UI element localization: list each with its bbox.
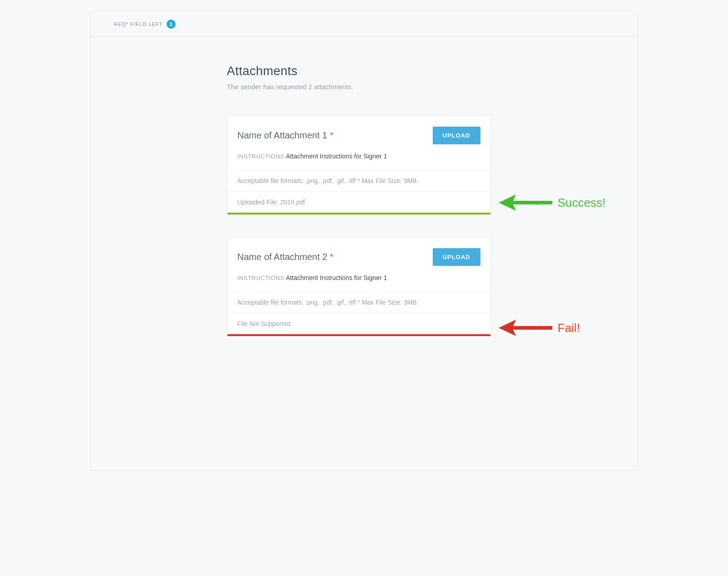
- required-star-icon: *: [330, 130, 334, 140]
- attachment-card-head: Name of Attachment 2 * UPLOAD: [228, 237, 490, 274]
- attachment-status-text: File Not Supported: [228, 313, 490, 334]
- page-title: Attachments: [227, 64, 491, 78]
- required-star-icon: *: [330, 252, 334, 262]
- attachment-formats: Acceptable file formats: .png, .pdf, .gi…: [228, 170, 490, 191]
- attachment-formats: Acceptable file formats: .png, .pdf, .gi…: [228, 291, 490, 313]
- attachment-title-text: Name of Attachment 1: [238, 130, 328, 140]
- required-fields-label: REQ* FIELD LEFT: [114, 21, 163, 27]
- attachment-card-head: Name of Attachment 1 * UPLOAD: [228, 116, 490, 153]
- attachment-title: Name of Attachment 2 *: [238, 252, 334, 262]
- attachments-container: Attachments The sender has requested 2 a…: [227, 64, 491, 336]
- attachment-status-bar-fail: [228, 334, 490, 336]
- attachment-instructions: INSTRUCTIONS Attachment Instructions for…: [228, 153, 490, 170]
- instructions-text: Attachment Instructions for Signer 1: [286, 274, 387, 281]
- attachment-title: Name of Attachment 1 *: [238, 130, 334, 141]
- content: Attachments The sender has requested 2 a…: [91, 37, 638, 386]
- attachment-card: Name of Attachment 2 * UPLOAD INSTRUCTIO…: [227, 237, 491, 336]
- instructions-label: INSTRUCTIONS: [238, 153, 285, 160]
- page-subtitle: The sender has requested 2 attachments.: [227, 83, 491, 91]
- instructions-label: INSTRUCTIONS: [238, 275, 285, 281]
- attachment-status-bar-success: [228, 213, 490, 214]
- topbar: REQ* FIELD LEFT 1: [91, 11, 638, 37]
- attachment-instructions: INSTRUCTIONS Attachment Instructions for…: [228, 274, 490, 291]
- app-window: REQ* FIELD LEFT 1 Attachments The sender…: [90, 11, 638, 471]
- instructions-text: Attachment Instructions for Signer 1: [286, 153, 387, 160]
- upload-button[interactable]: UPLOAD: [433, 127, 480, 144]
- attachment-card: Name of Attachment 1 * UPLOAD INSTRUCTIO…: [227, 115, 491, 215]
- attachment-status-text: Uploaded File: 2019.pdf: [228, 191, 490, 213]
- attachment-title-text: Name of Attachment 2: [238, 252, 328, 262]
- upload-button[interactable]: UPLOAD: [433, 248, 480, 266]
- required-fields-count-badge: 1: [167, 20, 176, 29]
